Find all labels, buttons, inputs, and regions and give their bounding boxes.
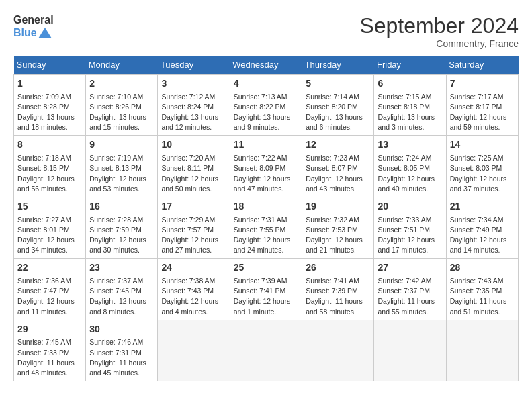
day-info: Sunrise: 7:33 AMSunset: 7:51 PMDaylight:… (378, 215, 442, 256)
calendar-cell: 23Sunrise: 7:37 AMSunset: 7:45 PMDayligh… (86, 259, 158, 320)
col-header-wednesday: Wednesday (230, 56, 302, 75)
day-info: Sunrise: 7:29 AMSunset: 7:57 PMDaylight:… (161, 215, 226, 256)
calendar-cell: 11Sunrise: 7:22 AMSunset: 8:09 PMDayligh… (230, 136, 302, 197)
day-info: Sunrise: 7:24 AMSunset: 8:05 PMDaylight:… (378, 153, 442, 194)
calendar-cell (374, 320, 446, 381)
day-info: Sunrise: 7:32 AMSunset: 7:53 PMDaylight:… (306, 215, 370, 256)
day-number: 15 (17, 200, 82, 214)
calendar-cell (158, 320, 230, 381)
calendar-cell: 5Sunrise: 7:14 AMSunset: 8:20 PMDaylight… (302, 75, 374, 136)
day-info: Sunrise: 7:25 AMSunset: 8:03 PMDaylight:… (450, 153, 515, 194)
calendar-cell: 15Sunrise: 7:27 AMSunset: 8:01 PMDayligh… (14, 197, 86, 258)
day-number: 21 (450, 200, 515, 214)
calendar-cell (446, 320, 518, 381)
day-info: Sunrise: 7:42 AMSunset: 7:37 PMDaylight:… (378, 276, 442, 317)
day-info: Sunrise: 7:14 AMSunset: 8:20 PMDaylight:… (306, 92, 370, 133)
day-info: Sunrise: 7:43 AMSunset: 7:35 PMDaylight:… (450, 276, 515, 317)
day-number: 9 (89, 138, 154, 152)
calendar-cell: 14Sunrise: 7:25 AMSunset: 8:03 PMDayligh… (446, 136, 518, 197)
day-info: Sunrise: 7:37 AMSunset: 7:45 PMDaylight:… (89, 276, 154, 317)
col-header-monday: Monday (86, 56, 158, 75)
logo-text: GeneralBlue (13, 13, 54, 39)
month-title: September 2024 (359, 13, 519, 38)
calendar-cell: 4Sunrise: 7:13 AMSunset: 8:22 PMDaylight… (230, 75, 302, 136)
day-number: 23 (89, 261, 154, 275)
day-info: Sunrise: 7:13 AMSunset: 8:22 PMDaylight:… (234, 92, 299, 133)
header-row: SundayMondayTuesdayWednesdayThursdayFrid… (14, 56, 519, 75)
calendar-cell: 3Sunrise: 7:12 AMSunset: 8:24 PMDaylight… (158, 75, 230, 136)
day-number: 16 (89, 200, 154, 214)
location: Commentry, France (359, 38, 519, 49)
calendar-cell: 17Sunrise: 7:29 AMSunset: 7:57 PMDayligh… (158, 197, 230, 258)
calendar-cell: 12Sunrise: 7:23 AMSunset: 8:07 PMDayligh… (302, 136, 374, 197)
day-info: Sunrise: 7:41 AMSunset: 7:39 PMDaylight:… (306, 276, 370, 317)
day-number: 14 (450, 138, 515, 152)
day-number: 27 (378, 261, 442, 275)
day-info: Sunrise: 7:10 AMSunset: 8:26 PMDaylight:… (89, 92, 154, 133)
day-info: Sunrise: 7:27 AMSunset: 8:01 PMDaylight:… (17, 215, 82, 256)
calendar-cell: 13Sunrise: 7:24 AMSunset: 8:05 PMDayligh… (374, 136, 446, 197)
calendar-cell (302, 320, 374, 381)
calendar-table: SundayMondayTuesdayWednesdayThursdayFrid… (13, 56, 519, 381)
day-number: 19 (306, 200, 370, 214)
col-header-friday: Friday (374, 56, 446, 75)
day-number: 7 (450, 77, 515, 91)
calendar-cell: 16Sunrise: 7:28 AMSunset: 7:59 PMDayligh… (86, 197, 158, 258)
day-number: 24 (161, 261, 226, 275)
day-info: Sunrise: 7:09 AMSunset: 8:28 PMDaylight:… (17, 92, 82, 133)
day-info: Sunrise: 7:15 AMSunset: 8:18 PMDaylight:… (378, 92, 442, 133)
title-block: September 2024 Commentry, France (359, 13, 519, 49)
day-number: 13 (378, 138, 442, 152)
svg-marker-0 (38, 28, 52, 38)
calendar-cell: 9Sunrise: 7:19 AMSunset: 8:13 PMDaylight… (86, 136, 158, 197)
day-info: Sunrise: 7:39 AMSunset: 7:41 PMDaylight:… (234, 276, 299, 317)
day-number: 26 (306, 261, 370, 275)
calendar-cell: 22Sunrise: 7:36 AMSunset: 7:47 PMDayligh… (14, 259, 86, 320)
day-info: Sunrise: 7:28 AMSunset: 7:59 PMDaylight:… (89, 215, 154, 256)
page-header: GeneralBlue September 2024 Commentry, Fr… (13, 13, 519, 49)
day-number: 4 (234, 77, 299, 91)
calendar-cell: 18Sunrise: 7:31 AMSunset: 7:55 PMDayligh… (230, 197, 302, 258)
day-number: 10 (161, 138, 226, 152)
day-number: 3 (161, 77, 226, 91)
day-number: 1 (17, 77, 82, 91)
day-info: Sunrise: 7:34 AMSunset: 7:49 PMDaylight:… (450, 215, 515, 256)
calendar-cell: 6Sunrise: 7:15 AMSunset: 8:18 PMDaylight… (374, 75, 446, 136)
week-row-1: 1Sunrise: 7:09 AMSunset: 8:28 PMDaylight… (14, 75, 519, 136)
calendar-cell: 7Sunrise: 7:17 AMSunset: 8:17 PMDaylight… (446, 75, 518, 136)
day-info: Sunrise: 7:38 AMSunset: 7:43 PMDaylight:… (161, 276, 226, 317)
calendar-cell: 21Sunrise: 7:34 AMSunset: 7:49 PMDayligh… (446, 197, 518, 258)
calendar-cell: 8Sunrise: 7:18 AMSunset: 8:15 PMDaylight… (14, 136, 86, 197)
day-info: Sunrise: 7:45 AMSunset: 7:33 PMDaylight:… (17, 337, 82, 378)
day-number: 30 (89, 323, 154, 336)
day-info: Sunrise: 7:23 AMSunset: 8:07 PMDaylight:… (306, 153, 370, 194)
day-number: 25 (234, 261, 299, 275)
calendar-cell: 28Sunrise: 7:43 AMSunset: 7:35 PMDayligh… (446, 259, 518, 320)
day-info: Sunrise: 7:17 AMSunset: 8:17 PMDaylight:… (450, 92, 515, 133)
day-number: 6 (378, 77, 442, 91)
day-info: Sunrise: 7:20 AMSunset: 8:11 PMDaylight:… (161, 153, 226, 194)
day-number: 28 (450, 261, 515, 275)
calendar-cell: 10Sunrise: 7:20 AMSunset: 8:11 PMDayligh… (158, 136, 230, 197)
day-number: 20 (378, 200, 442, 214)
day-info: Sunrise: 7:31 AMSunset: 7:55 PMDaylight:… (234, 215, 299, 256)
day-info: Sunrise: 7:46 AMSunset: 7:31 PMDaylight:… (89, 337, 154, 378)
day-number: 17 (161, 200, 226, 214)
day-number: 5 (306, 77, 370, 91)
day-number: 8 (17, 138, 82, 152)
col-header-tuesday: Tuesday (158, 56, 230, 75)
day-number: 29 (17, 323, 82, 336)
calendar-cell: 29Sunrise: 7:45 AMSunset: 7:33 PMDayligh… (14, 320, 86, 381)
calendar-cell: 2Sunrise: 7:10 AMSunset: 8:26 PMDaylight… (86, 75, 158, 136)
day-number: 22 (17, 261, 82, 275)
calendar-cell: 19Sunrise: 7:32 AMSunset: 7:53 PMDayligh… (302, 197, 374, 258)
calendar-cell: 1Sunrise: 7:09 AMSunset: 8:28 PMDaylight… (14, 75, 86, 136)
day-info: Sunrise: 7:18 AMSunset: 8:15 PMDaylight:… (17, 153, 82, 194)
day-info: Sunrise: 7:22 AMSunset: 8:09 PMDaylight:… (234, 153, 299, 194)
day-number: 18 (234, 200, 299, 214)
calendar-cell: 24Sunrise: 7:38 AMSunset: 7:43 PMDayligh… (158, 259, 230, 320)
day-number: 2 (89, 77, 154, 91)
calendar-cell: 26Sunrise: 7:41 AMSunset: 7:39 PMDayligh… (302, 259, 374, 320)
day-number: 12 (306, 138, 370, 152)
day-number: 11 (234, 138, 299, 152)
